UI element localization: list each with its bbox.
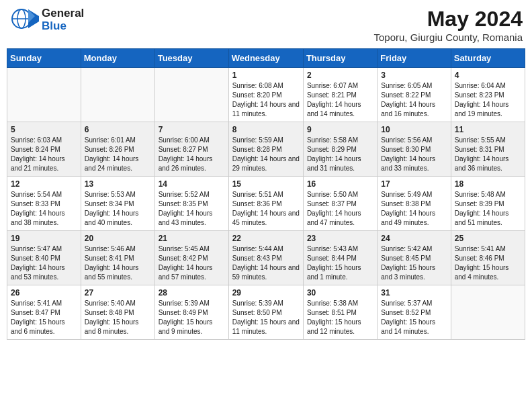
day-number: 11	[455, 125, 521, 134]
day-number: 21	[159, 234, 225, 243]
weekday-header: Monday	[81, 49, 154, 68]
calendar-week-row: 5Sunrise: 6:03 AMSunset: 8:24 PMDaylight…	[7, 122, 525, 177]
day-number: 2	[307, 71, 373, 80]
weekday-header: Saturday	[451, 49, 525, 68]
calendar-cell	[7, 68, 81, 122]
calendar-cell: 24Sunrise: 5:42 AMSunset: 8:45 PMDayligh…	[378, 231, 451, 285]
day-info: Sunrise: 5:54 AMSunset: 8:33 PMDaylight:…	[11, 190, 77, 228]
day-number: 17	[381, 179, 447, 189]
day-number: 16	[307, 179, 373, 189]
page-header: General Blue May 2024 Toporu, Giurgiu Co…	[7, 7, 525, 43]
calendar-cell: 18Sunrise: 5:48 AMSunset: 8:39 PMDayligh…	[451, 177, 525, 231]
calendar-cell: 27Sunrise: 5:40 AMSunset: 8:48 PMDayligh…	[81, 285, 154, 340]
day-info: Sunrise: 6:05 AMSunset: 8:22 PMDaylight:…	[381, 81, 447, 119]
calendar-cell: 20Sunrise: 5:46 AMSunset: 8:41 PMDayligh…	[81, 231, 154, 285]
day-info: Sunrise: 6:00 AMSunset: 8:27 PMDaylight:…	[159, 136, 225, 173]
calendar-cell: 12Sunrise: 5:54 AMSunset: 8:33 PMDayligh…	[7, 177, 81, 231]
day-info: Sunrise: 5:58 AMSunset: 8:29 PMDaylight:…	[307, 136, 373, 173]
calendar-cell: 23Sunrise: 5:43 AMSunset: 8:44 PMDayligh…	[303, 231, 377, 285]
day-number: 25	[455, 234, 521, 243]
day-info: Sunrise: 5:40 AMSunset: 8:48 PMDaylight:…	[85, 299, 151, 336]
calendar-cell: 4Sunrise: 6:04 AMSunset: 8:23 PMDaylight…	[451, 68, 525, 122]
day-info: Sunrise: 6:03 AMSunset: 8:24 PMDaylight:…	[11, 136, 77, 173]
day-number: 18	[455, 179, 521, 189]
calendar-cell: 8Sunrise: 5:59 AMSunset: 8:28 PMDaylight…	[228, 122, 303, 177]
calendar-cell: 5Sunrise: 6:03 AMSunset: 8:24 PMDaylight…	[7, 122, 81, 177]
calendar-cell: 26Sunrise: 5:41 AMSunset: 8:47 PMDayligh…	[7, 285, 81, 340]
calendar-cell: 7Sunrise: 6:00 AMSunset: 8:27 PMDaylight…	[154, 122, 228, 177]
calendar-header-row: SundayMondayTuesdayWednesdayThursdayFrid…	[7, 49, 525, 68]
calendar-week-row: 26Sunrise: 5:41 AMSunset: 8:47 PMDayligh…	[7, 285, 525, 340]
day-info: Sunrise: 5:59 AMSunset: 8:28 PMDaylight:…	[232, 136, 300, 173]
day-number: 5	[11, 125, 77, 134]
day-info: Sunrise: 5:37 AMSunset: 8:52 PMDaylight:…	[381, 299, 447, 336]
day-info: Sunrise: 5:53 AMSunset: 8:34 PMDaylight:…	[85, 190, 151, 228]
calendar-cell: 19Sunrise: 5:47 AMSunset: 8:40 PMDayligh…	[7, 231, 81, 285]
day-number: 9	[307, 125, 373, 134]
calendar-cell: 16Sunrise: 5:50 AMSunset: 8:37 PMDayligh…	[303, 177, 377, 231]
day-number: 10	[381, 125, 447, 134]
title-block: May 2024 Toporu, Giurgiu County, Romania	[374, 7, 523, 43]
weekday-header: Friday	[378, 49, 451, 68]
day-info: Sunrise: 6:08 AMSunset: 8:20 PMDaylight:…	[232, 81, 300, 119]
day-info: Sunrise: 5:43 AMSunset: 8:44 PMDaylight:…	[307, 244, 373, 282]
day-info: Sunrise: 5:38 AMSunset: 8:51 PMDaylight:…	[307, 299, 373, 336]
day-info: Sunrise: 5:42 AMSunset: 8:45 PMDaylight:…	[381, 244, 447, 282]
logo-blue: Blue	[42, 19, 66, 32]
day-info: Sunrise: 5:48 AMSunset: 8:39 PMDaylight:…	[455, 190, 521, 228]
day-info: Sunrise: 5:45 AMSunset: 8:42 PMDaylight:…	[159, 244, 225, 282]
day-number: 1	[232, 71, 300, 80]
day-number: 31	[381, 288, 447, 298]
day-info: Sunrise: 5:39 AMSunset: 8:50 PMDaylight:…	[232, 299, 300, 336]
calendar-cell: 22Sunrise: 5:44 AMSunset: 8:43 PMDayligh…	[228, 231, 303, 285]
logo-icon	[9, 7, 39, 34]
day-info: Sunrise: 5:41 AMSunset: 8:46 PMDaylight:…	[455, 244, 521, 282]
calendar-cell: 3Sunrise: 6:05 AMSunset: 8:22 PMDaylight…	[378, 68, 451, 122]
day-number: 3	[381, 71, 447, 80]
day-number: 29	[232, 288, 300, 298]
calendar-week-row: 1Sunrise: 6:08 AMSunset: 8:20 PMDaylight…	[7, 68, 525, 122]
calendar-table: SundayMondayTuesdayWednesdayThursdayFrid…	[7, 48, 525, 340]
day-number: 30	[307, 288, 373, 298]
day-info: Sunrise: 5:41 AMSunset: 8:47 PMDaylight:…	[11, 299, 77, 336]
weekday-header: Tuesday	[154, 49, 228, 68]
calendar-cell: 29Sunrise: 5:39 AMSunset: 8:50 PMDayligh…	[228, 285, 303, 340]
calendar-cell: 13Sunrise: 5:53 AMSunset: 8:34 PMDayligh…	[81, 177, 154, 231]
calendar-cell	[451, 285, 525, 340]
day-number: 7	[159, 125, 225, 134]
calendar-week-row: 12Sunrise: 5:54 AMSunset: 8:33 PMDayligh…	[7, 177, 525, 231]
calendar-cell: 9Sunrise: 5:58 AMSunset: 8:29 PMDaylight…	[303, 122, 377, 177]
day-number: 26	[11, 288, 77, 298]
day-number: 15	[232, 179, 300, 189]
day-info: Sunrise: 5:44 AMSunset: 8:43 PMDaylight:…	[232, 244, 300, 282]
day-info: Sunrise: 5:55 AMSunset: 8:31 PMDaylight:…	[455, 136, 521, 173]
logo-general: General	[42, 7, 84, 19]
day-number: 23	[307, 234, 373, 243]
calendar-cell: 1Sunrise: 6:08 AMSunset: 8:20 PMDaylight…	[228, 68, 303, 122]
calendar-cell: 11Sunrise: 5:55 AMSunset: 8:31 PMDayligh…	[451, 122, 525, 177]
day-number: 14	[159, 179, 225, 189]
calendar-cell: 21Sunrise: 5:45 AMSunset: 8:42 PMDayligh…	[154, 231, 228, 285]
day-number: 22	[232, 234, 300, 243]
calendar-cell: 2Sunrise: 6:07 AMSunset: 8:21 PMDaylight…	[303, 68, 377, 122]
day-number: 12	[11, 179, 77, 189]
location-title: Toporu, Giurgiu County, Romania	[374, 32, 523, 43]
calendar-cell: 10Sunrise: 5:56 AMSunset: 8:30 PMDayligh…	[378, 122, 451, 177]
weekday-header: Wednesday	[228, 49, 303, 68]
calendar-cell	[81, 68, 154, 122]
day-info: Sunrise: 5:39 AMSunset: 8:49 PMDaylight:…	[159, 299, 225, 336]
day-info: Sunrise: 5:51 AMSunset: 8:36 PMDaylight:…	[232, 190, 300, 228]
day-number: 8	[232, 125, 300, 134]
calendar-cell: 31Sunrise: 5:37 AMSunset: 8:52 PMDayligh…	[378, 285, 451, 340]
calendar-cell: 15Sunrise: 5:51 AMSunset: 8:36 PMDayligh…	[228, 177, 303, 231]
day-number: 6	[85, 125, 151, 134]
day-number: 13	[85, 179, 151, 189]
weekday-header: Sunday	[7, 49, 81, 68]
day-info: Sunrise: 5:50 AMSunset: 8:37 PMDaylight:…	[307, 190, 373, 228]
day-number: 27	[85, 288, 151, 298]
month-title: May 2024	[374, 7, 523, 32]
day-number: 19	[11, 234, 77, 243]
logo: General Blue	[9, 7, 84, 34]
day-info: Sunrise: 5:56 AMSunset: 8:30 PMDaylight:…	[381, 136, 447, 173]
day-info: Sunrise: 5:46 AMSunset: 8:41 PMDaylight:…	[85, 244, 151, 282]
